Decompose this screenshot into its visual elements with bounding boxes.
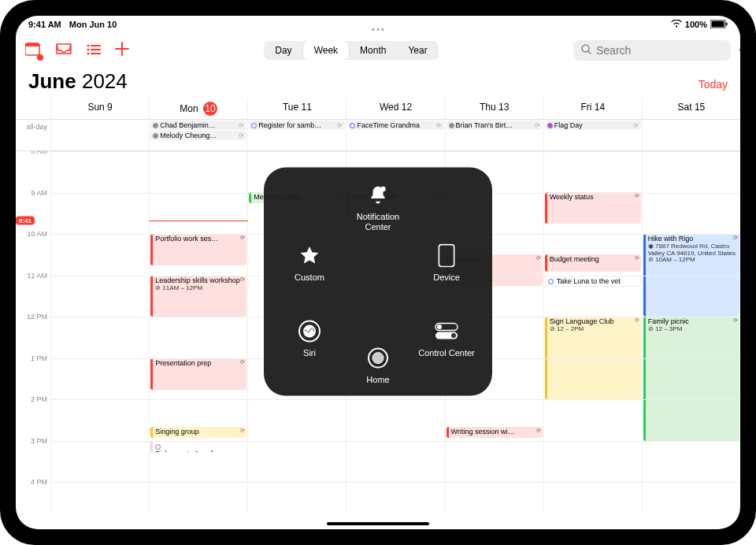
view-year[interactable]: Year <box>397 41 438 60</box>
allday-event[interactable]: Register for samb…⟳ <box>249 120 345 130</box>
at-notification-center[interactable]: Notification Center <box>346 182 410 232</box>
svg-rect-14 <box>439 245 454 267</box>
allday-col <box>50 120 149 150</box>
battery-pct: 100% <box>685 20 707 29</box>
day-mon[interactable]: Mon 10 <box>149 98 247 119</box>
event[interactable]: Weekly status⟳ <box>545 192 641 224</box>
multitask-dots[interactable] <box>372 28 384 31</box>
day-sun[interactable]: Sun 9 <box>50 98 149 119</box>
now-line <box>149 221 247 221</box>
allday-col: Flag Day⟳ <box>543 120 642 150</box>
view-day[interactable]: Day <box>264 41 302 60</box>
allday-event[interactable]: Chad Benjamin…⟳ <box>150 120 246 130</box>
allday-col: FaceTime Grandma⟳ <box>346 120 444 150</box>
list-icon[interactable] <box>87 43 101 59</box>
hour-label: 1 PM <box>31 354 47 362</box>
svg-rect-10 <box>91 53 101 54</box>
event[interactable]: Budget meeting⟳ <box>545 254 641 272</box>
svg-rect-6 <box>91 45 101 46</box>
home-indicator[interactable] <box>327 522 429 525</box>
day-sat[interactable]: Sat 15 <box>642 98 740 119</box>
view-week[interactable]: Week <box>303 41 349 60</box>
star-icon <box>296 243 323 269</box>
wifi-icon <box>671 20 682 29</box>
inbox-icon[interactable] <box>55 43 72 59</box>
col-sat[interactable]: Hike with Rigo◉ 7867 Redwood Rd, Castro … <box>642 151 740 513</box>
event[interactable]: Pick up arts & craf… <box>150 441 246 452</box>
at-control-center[interactable]: Control Center <box>415 318 478 358</box>
col-mon[interactable]: Portfolio work ses…⟳Leadership skills wo… <box>149 151 247 513</box>
allday-event[interactable]: Flag Day⟳ <box>545 120 641 130</box>
allday-col: Chad Benjamin…⟳Melody Cheung…⟳ <box>149 120 247 150</box>
search-field[interactable] <box>573 40 731 61</box>
event[interactable]: Family picnic⊘ 12 – 3PM⟳ <box>643 317 739 441</box>
at-siri[interactable]: Siri <box>278 318 341 358</box>
svg-rect-8 <box>91 49 101 50</box>
svg-point-13 <box>380 187 386 192</box>
event[interactable]: Presentation prep⟳ <box>150 358 246 390</box>
allday-row: all-day Chad Benjamin…⟳Melody Cheung…⟳Re… <box>16 120 740 151</box>
search-input[interactable] <box>596 44 734 57</box>
search-icon <box>581 44 591 57</box>
day-wed[interactable]: Wed 12 <box>346 98 444 119</box>
svg-point-18 <box>437 324 442 329</box>
at-home[interactable]: Home <box>346 345 410 385</box>
month-header: June 2024 Today <box>16 68 740 98</box>
battery-icon <box>710 20 728 30</box>
hour-label: 12 PM <box>27 313 47 321</box>
svg-point-7 <box>87 48 90 50</box>
screen: 9:41 AM Mon Jun 10 100% DayWeekMonthYear <box>16 16 740 529</box>
allday-event[interactable]: Brian Tran's Birt…⟳ <box>447 120 543 130</box>
hour-label: 11 AM <box>27 272 47 280</box>
hour-gutter: 9:41 8 AM9 AM10 AM11 AM12 PM1 PM2 PM3 PM… <box>16 151 50 513</box>
svg-point-5 <box>87 44 90 46</box>
event[interactable]: Take Luna to the vet <box>545 276 641 287</box>
hour-label: 4 PM <box>31 478 47 486</box>
event[interactable]: Portfolio work ses…⟳ <box>150 234 246 265</box>
svg-point-9 <box>87 52 90 54</box>
ipad-frame: 9:41 AM Mon Jun 10 100% DayWeekMonthYear <box>0 0 756 545</box>
day-tue[interactable]: Tue 11 <box>247 98 346 119</box>
event[interactable]: Writing session wi…⟳ <box>447 427 543 438</box>
day-thu[interactable]: Thu 13 <box>445 98 543 119</box>
svg-rect-2 <box>726 22 728 25</box>
allday-col: Register for samb…⟳ <box>247 120 346 150</box>
mic-icon[interactable] <box>739 43 740 57</box>
toggles-icon <box>433 318 460 345</box>
svg-rect-1 <box>712 20 724 27</box>
view-segmented-control[interactable]: DayWeekMonthYear <box>264 41 438 60</box>
calendar-icon[interactable] <box>25 42 41 60</box>
status-time: 9:41 AM <box>28 20 61 29</box>
today-button[interactable]: Today <box>699 78 728 91</box>
now-indicator: 9:41 <box>16 217 35 225</box>
svg-point-20 <box>451 333 456 338</box>
add-icon[interactable] <box>115 42 129 60</box>
event[interactable]: Singing group⟳ <box>150 427 246 438</box>
hour-label: 2 PM <box>31 395 47 403</box>
siri-icon <box>296 318 323 345</box>
allday-col <box>642 120 740 150</box>
svg-rect-4 <box>25 43 39 46</box>
allday-event[interactable]: FaceTime Grandma⟳ <box>347 120 443 130</box>
at-device[interactable]: Device <box>415 243 478 283</box>
home-icon <box>365 345 391 372</box>
col-fri[interactable]: Weekly status⟳Budget meeting⟳Take Luna t… <box>543 151 642 513</box>
col-sun[interactable] <box>50 151 149 513</box>
toolbar: DayWeekMonthYear <box>16 33 740 68</box>
device-icon <box>433 243 460 269</box>
day-fri[interactable]: Fri 14 <box>543 98 642 119</box>
status-date: Mon Jun 10 <box>69 20 117 29</box>
hour-label: 3 PM <box>31 437 47 445</box>
event[interactable]: Leadership skills workshop⊘ 11AM – 12PM⟳ <box>150 276 246 317</box>
hour-label: 9 AM <box>31 189 47 197</box>
month-title: June 2024 <box>28 69 128 94</box>
hour-label: 10 AM <box>27 230 47 238</box>
at-custom[interactable]: Custom <box>278 243 341 283</box>
allday-event[interactable]: Melody Cheung…⟳ <box>150 131 246 140</box>
bell-icon <box>365 182 391 209</box>
view-month[interactable]: Month <box>349 41 397 60</box>
hour-label: 8 AM <box>31 151 47 155</box>
days-header: Sun 9Mon 10Tue 11Wed 12Thu 13Fri 14Sat 1… <box>16 98 740 120</box>
allday-label: all-day <box>16 120 50 150</box>
assistivetouch-menu[interactable]: Notification Center Custom Device Siri C… <box>264 168 492 396</box>
